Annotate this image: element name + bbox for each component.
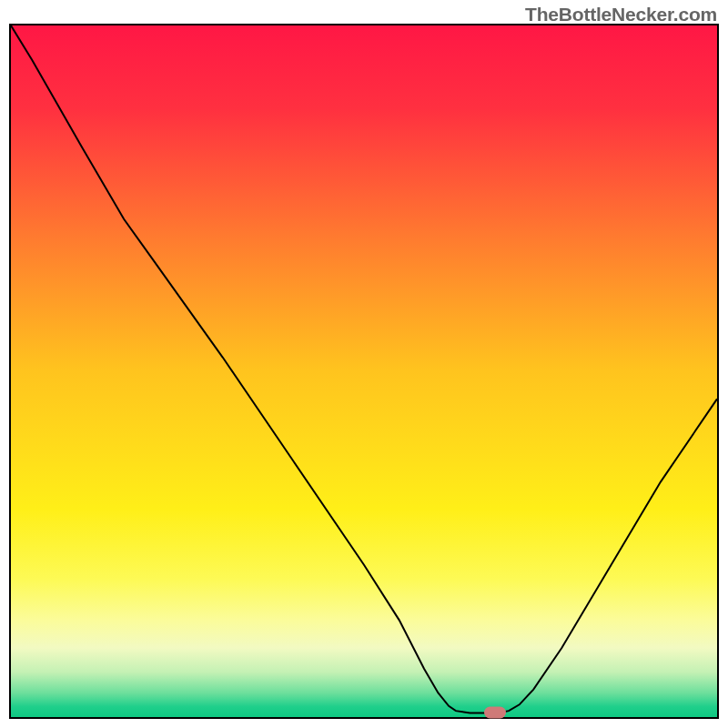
attribution-text: TheBottleNecker.com [525,4,717,25]
chart-frame [9,24,719,719]
chart-curve [11,25,717,717]
optimal-point-marker [484,707,506,719]
